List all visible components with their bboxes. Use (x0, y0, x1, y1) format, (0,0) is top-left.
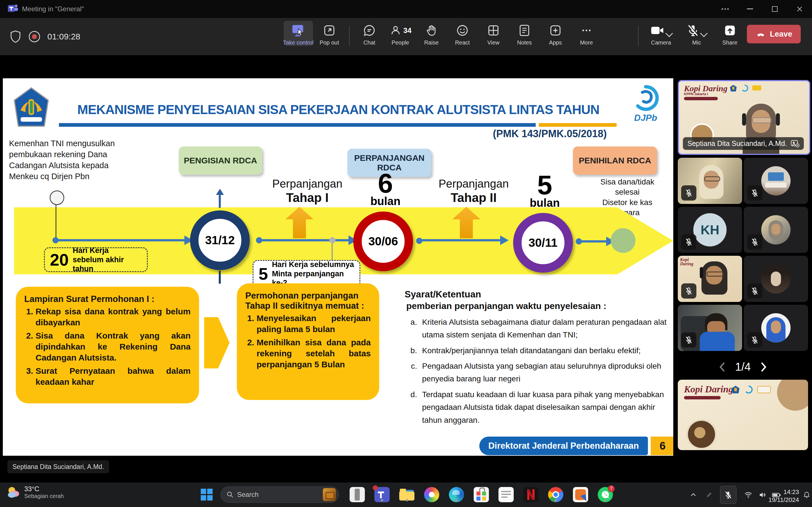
kopi-daring-logo: Kopi Daring (684, 385, 733, 399)
app-icon-orange[interactable] (573, 487, 588, 502)
djpb-mini-logo (744, 385, 753, 394)
camera-button[interactable]: Camera (644, 21, 678, 46)
participant-tile[interactable]: KopiDaring (678, 256, 742, 302)
react-button[interactable]: React (448, 21, 477, 46)
notes-button[interactable]: Notes (510, 21, 539, 46)
app-icon-pinned[interactable] (350, 487, 365, 502)
people-button[interactable]: 34 People (386, 21, 415, 46)
windows-taskbar: 33°C Sebagian cerah Search (0, 482, 812, 507)
more-button[interactable]: More (572, 21, 601, 46)
close-icon[interactable] (787, 0, 812, 18)
participant-tile[interactable] (744, 207, 808, 253)
list-item: Surat Pernyataan bahwa dalam keadaan kah… (36, 365, 191, 387)
participant-tile[interactable] (678, 305, 742, 351)
app-icon-teams[interactable] (374, 487, 390, 502)
app-icon-store[interactable] (474, 487, 489, 502)
view-button[interactable]: View (479, 21, 508, 46)
search-icon (226, 491, 234, 498)
share-button[interactable]: Share (715, 21, 745, 46)
participant-tile[interactable] (744, 158, 808, 204)
react-icon (456, 23, 469, 38)
app-icon-notepad[interactable] (499, 487, 514, 502)
term-item: Terdapat suatu keadaan di luar kuasa par… (419, 388, 672, 427)
pop-out-button[interactable]: Pop out (315, 21, 344, 46)
apps-button[interactable]: Apps (541, 21, 570, 46)
participant-tile[interactable] (744, 256, 808, 302)
mic-muted-icon (747, 332, 762, 348)
djpb-logo: DJPb (626, 84, 665, 123)
toolbar-divider (638, 26, 639, 46)
tray-notifications[interactable] (803, 483, 810, 507)
weather-widget[interactable]: 33°C Sebagian cerah (6, 485, 64, 499)
stage-box-penihilan: PENIHILAN RDCA (573, 147, 657, 175)
timeline-arrowhead (500, 235, 509, 245)
participant-tile-branded[interactable]: Kopi Daring (678, 380, 808, 450)
timeline-end-node (611, 228, 636, 253)
app-icon-netflix[interactable] (523, 487, 539, 502)
list-item: Rekap sisa dana kontrak yang belum dibay… (36, 306, 191, 328)
minimize-icon[interactable] (738, 0, 762, 18)
list-item: Menihilkan sisa dana pada rekening setel… (257, 337, 371, 370)
participant-tile[interactable] (744, 305, 808, 351)
weather-temp: 33°C (24, 485, 64, 493)
take-control-button[interactable]: Take control (284, 21, 313, 46)
timeline-segment (419, 239, 501, 241)
tray-pen-icon[interactable] (705, 483, 713, 507)
next-page-icon[interactable] (760, 362, 767, 372)
active-speaker-tile[interactable]: Kopi Daring KPPN Jakarta I Septiana Dita… (678, 80, 810, 155)
bell-icon (803, 491, 810, 499)
tray-chevron[interactable] (690, 483, 697, 507)
speaker-name-tag: Septiana Dita Suciandari, A.Md. (7, 460, 109, 473)
participant-pagination: 1/4 (678, 360, 808, 373)
kopi-daring-logo: Kopi Daring KPPN Jakarta I (684, 84, 727, 100)
timeline-segment (58, 239, 185, 241)
shared-screen-slide: MEKANISME PENYELESAIAN SISA PEKERJAAN KO… (3, 78, 673, 456)
callout-20-hari: 20 Hari Kerjasebelum akhir tahun (44, 247, 148, 272)
milestone-31-12: 31/12 (190, 210, 250, 270)
timeline-segment (578, 240, 607, 242)
prev-page-icon[interactable] (719, 362, 725, 372)
duration1: 6 bulan (364, 172, 407, 208)
taskbar-clock[interactable]: 14:23 19/11/2024 (769, 488, 799, 504)
tray-wifi[interactable] (744, 483, 752, 507)
apps-icon (549, 23, 562, 38)
phase1-label: Perpanjangan Tahap I (266, 177, 348, 205)
raise-hand-button[interactable]: Raise (417, 21, 446, 46)
search-input[interactable]: Search (220, 487, 339, 503)
camera-icon (650, 24, 665, 37)
chat-icon (363, 23, 376, 38)
slide-subtitle: (PMK 143/PMK.05/2018) (476, 128, 623, 140)
intress-mini-logo (752, 86, 761, 91)
leave-button[interactable]: Leave (747, 25, 801, 43)
camera-options-chevron-icon[interactable] (665, 30, 673, 37)
tray-mic-muted[interactable] (720, 483, 737, 507)
app-icon-file-explorer[interactable] (399, 487, 414, 502)
mic-button[interactable]: Mic (680, 21, 713, 46)
chat-button[interactable]: Chat (355, 21, 384, 46)
search-highlight-thumbnail[interactable] (323, 488, 336, 501)
app-icon-edge[interactable] (449, 487, 464, 502)
tray-volume[interactable] (758, 483, 766, 507)
start-button[interactable] (199, 487, 214, 502)
mic-options-chevron-icon[interactable] (700, 30, 708, 37)
mic-muted-icon (747, 185, 762, 201)
window-more-icon[interactable] (713, 0, 738, 18)
leave-phone-icon (755, 29, 766, 40)
coffee-splash-graphic (777, 380, 808, 411)
list-item: Menyelesaikan pekerjaan paling lama 5 bu… (257, 313, 371, 335)
app-icon-photos[interactable] (424, 487, 439, 502)
avatar (761, 313, 791, 342)
more-icon (581, 23, 592, 38)
spotlight-icon (791, 140, 799, 147)
participant-tile[interactable]: KH (678, 207, 742, 253)
raise-hand-icon (425, 23, 438, 38)
app-icon-whatsapp[interactable]: 7 (598, 487, 613, 502)
maximize-icon[interactable] (762, 0, 787, 18)
permohonan-box: Permohonan perpanjangan Tahap II sedikit… (237, 283, 379, 400)
slide-page-number: 6 (651, 437, 673, 455)
mic-muted-icon (681, 234, 696, 249)
meeting-timer: 01:09:28 (47, 32, 80, 41)
syarat-section: Syarat/Ketentuan pemberian perpanjangan … (405, 289, 672, 429)
app-icon-chrome[interactable] (548, 487, 563, 502)
participant-tile[interactable] (678, 158, 742, 204)
